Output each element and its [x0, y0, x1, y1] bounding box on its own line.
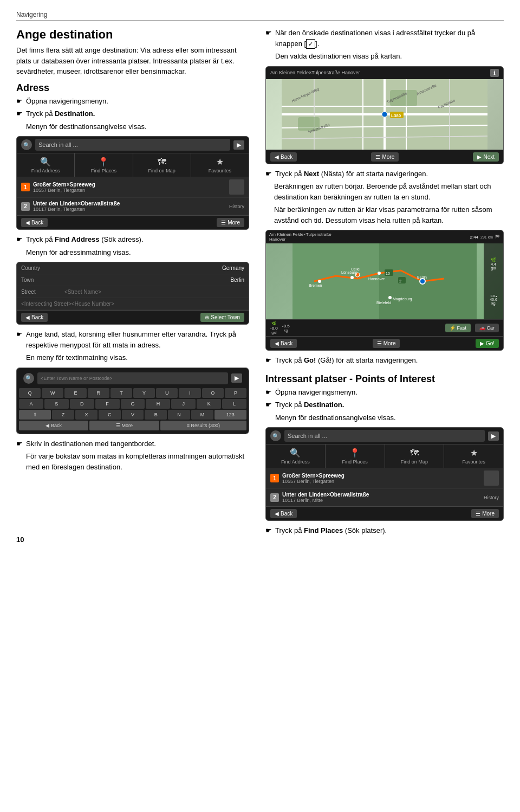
key-L[interactable]: L — [222, 399, 246, 409]
poi-find-places-btn[interactable]: 📍 Find Places — [326, 444, 385, 468]
step-enter-address-text: Ange land, stad, korsning eller husnumme… — [26, 329, 249, 350]
find-address-btn[interactable]: 🔍 Find Address — [17, 153, 75, 177]
key-J[interactable]: J — [171, 399, 196, 409]
co2-unit: kg — [490, 301, 497, 305]
poi-list-title-2: Unter den Linden×Oberwallstraße — [282, 492, 383, 498]
fuel1-unit: gal — [491, 266, 496, 270]
step-press-next-text: Tryck på Next (Nästa) för att starta nav… — [275, 169, 428, 179]
more-btn-1[interactable]: ☰ More — [217, 218, 244, 227]
map-info-btn[interactable]: ℹ — [490, 69, 499, 77]
find-on-map-btn[interactable]: 🗺 Find on Map — [133, 153, 191, 177]
list-title-2: Unter den Linden×Oberwallstraße — [33, 201, 131, 207]
key-M[interactable]: M — [191, 410, 213, 420]
key-G[interactable]: G — [121, 399, 145, 409]
nav-screen-3: 🔍 <Enter Town Name or Postcode> ▶ Q W E … — [16, 368, 249, 434]
poi-back-btn[interactable]: ◀ Back — [270, 509, 297, 518]
form-row-street[interactable]: Street <Street Name> — [17, 286, 249, 298]
poi-find-on-map-btn[interactable]: 🗺 Find on Map — [385, 444, 445, 468]
key-E[interactable]: E — [64, 388, 86, 398]
adress-title: Adress — [16, 82, 249, 94]
select-town-btn[interactable]: ⊕ Select Town — [200, 313, 244, 322]
key-B[interactable]: B — [145, 410, 167, 420]
key-F[interactable]: F — [95, 399, 120, 409]
key-R[interactable]: R — [88, 388, 109, 398]
key-W[interactable]: W — [42, 388, 63, 398]
search-input-1[interactable]: Search in all ... — [35, 139, 230, 151]
back-btn-2[interactable]: ◀ Back — [21, 313, 48, 322]
route-more-btn[interactable]: ☰ More — [373, 339, 400, 348]
svg-text:Lüneburg: Lüneburg — [341, 270, 358, 275]
form-label-town: Town — [21, 277, 64, 283]
key-O[interactable]: O — [202, 388, 224, 398]
find-address-label: Find Address — [31, 168, 60, 173]
main-title: Ange destination — [16, 28, 249, 42]
route-flag-icon: 🏁 — [495, 235, 500, 239]
key-shift[interactable]: ⇧ — [19, 410, 51, 420]
poi-list-item-1[interactable]: 1 Großer Stern×Spreeweg 10557 Berlin, Ti… — [266, 468, 503, 489]
form-row-town[interactable]: Town Berlin — [17, 274, 249, 286]
key-N[interactable]: N — [168, 410, 190, 420]
go-btn[interactable]: ▶ Go! — [476, 339, 499, 348]
key-A[interactable]: A — [19, 399, 43, 409]
poi-list-number-2: 2 — [270, 493, 279, 502]
step-desired-dest: ☛ När den önskade destinationen visas i … — [265, 28, 504, 49]
speed-btn[interactable]: ⚡ Fast — [445, 324, 471, 332]
key-T[interactable]: T — [110, 388, 132, 398]
key-123[interactable]: 123 — [214, 410, 246, 420]
step-find-places-text: Tryck på Find Places (Sök platser). — [275, 525, 387, 536]
back-btn-1[interactable]: ◀ Back — [21, 218, 48, 227]
key-Z[interactable]: Z — [52, 410, 74, 420]
key-Y[interactable]: Y — [133, 388, 155, 398]
route-dist: 291 km — [480, 235, 493, 239]
key-U[interactable]: U — [156, 388, 178, 398]
find-on-map-label: Find on Map — [148, 168, 176, 173]
key-P[interactable]: P — [225, 388, 246, 398]
key-S[interactable]: S — [44, 399, 69, 409]
key-C[interactable]: C — [99, 410, 121, 420]
poi-search-arrow-btn[interactable]: ▶ — [488, 431, 499, 441]
form-row-intersect[interactable]: <Intersecting Street> <House Number> — [17, 298, 249, 310]
key-I[interactable]: I — [179, 388, 200, 398]
poi-list-text-2: Unter den Linden×Oberwallstraße 10117 Be… — [282, 492, 383, 503]
poi-more-btn[interactable]: ☰ More — [471, 509, 499, 518]
route-kg-info: -0.5 kg — [282, 324, 290, 332]
find-places-btn[interactable]: 📍 Find Places — [75, 153, 133, 177]
list-item-1[interactable]: 1 Großer Stern×Spreeweg 10557 Berlin, Ti… — [17, 177, 249, 198]
keyboard-arrow-btn[interactable]: ▶ — [231, 373, 242, 383]
map-next-btn[interactable]: ▶ Next — [473, 152, 499, 162]
list-item-2[interactable]: 2 Unter den Linden×Oberwallstraße 10117 … — [17, 198, 249, 215]
poi-favourites-btn[interactable]: ★ Favourites — [444, 444, 503, 468]
intro-paragraph: Det finns flera sätt att ange destinatio… — [16, 45, 249, 77]
nav-bottom-bar-1: ◀ Back ☰ More — [17, 215, 249, 229]
keyboard-input[interactable]: <Enter Town Name or Postcode> — [37, 372, 228, 384]
route-gal-val: -0.0 — [270, 326, 278, 331]
search-arrow-btn-1[interactable]: ▶ — [233, 140, 244, 150]
map-back-btn-1[interactable]: ◀ Back — [270, 152, 297, 162]
key-back[interactable]: ◀ Back — [19, 421, 88, 430]
arrow-icon-r4: ☛ — [265, 355, 272, 366]
fuel1-icon: 🌿 — [491, 257, 496, 262]
poi-search-input[interactable]: Search in all ... — [284, 430, 485, 442]
poi-list-thumb-1 — [484, 471, 499, 486]
key-X[interactable]: X — [75, 410, 98, 420]
poi-step-3-text: Menyn för destinationsangivelse visas. — [275, 413, 396, 423]
route-svg: Bremen Lüneburg Celle Hannover Berlin Bi… — [266, 243, 503, 319]
map-more-btn-1[interactable]: ☰ More — [371, 152, 399, 162]
key-H[interactable]: H — [146, 399, 170, 409]
poi-find-address-btn[interactable]: 🔍 Find Address — [266, 444, 326, 468]
poi-list-item-2[interactable]: 2 Unter den Linden×Oberwallstraße 10117 … — [266, 489, 503, 506]
poi-arrow-2: ☛ — [265, 399, 272, 410]
favourites-btn[interactable]: ★ Favourites — [191, 153, 249, 177]
key-results[interactable]: ≡ Results (300) — [160, 421, 246, 430]
key-V[interactable]: V — [122, 410, 144, 420]
key-more[interactable]: ☰ More — [89, 421, 159, 430]
step-open-menu-text: Öppna navigeringsmenyn. — [26, 96, 108, 107]
form-row-country[interactable]: Country Germany — [17, 262, 249, 274]
svg-point-28 — [388, 296, 392, 299]
key-D[interactable]: D — [70, 399, 94, 409]
key-K[interactable]: K — [197, 399, 221, 409]
next-bold: Next — [304, 170, 319, 178]
key-Q[interactable]: Q — [19, 388, 41, 398]
route-back-btn[interactable]: ◀ Back — [270, 339, 297, 348]
car-btn[interactable]: 🚗 Car — [475, 324, 499, 332]
